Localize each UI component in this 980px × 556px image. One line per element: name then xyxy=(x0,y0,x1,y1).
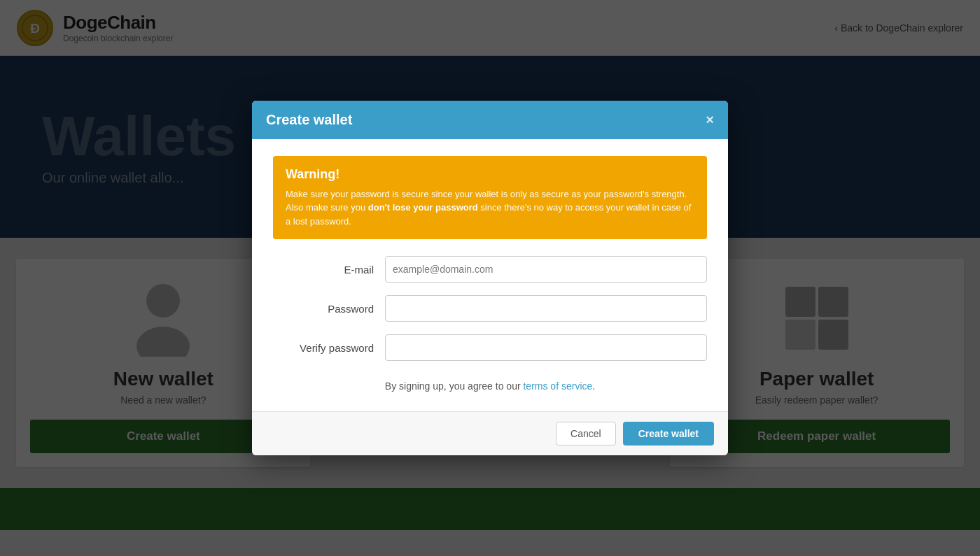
modal-header: Create wallet × xyxy=(252,101,728,139)
tos-link[interactable]: terms of service xyxy=(523,380,592,392)
modal-footer: Cancel Create wallet xyxy=(252,411,728,455)
warning-text-bold: don't lose your password xyxy=(368,202,478,213)
email-group: E-mail xyxy=(273,256,707,283)
modal-body: Warning! Make sure your password is secu… xyxy=(252,139,728,412)
warning-text: Make sure your password is secure since … xyxy=(286,187,694,229)
password-input[interactable] xyxy=(385,295,707,322)
modal-close-button[interactable]: × xyxy=(706,113,714,127)
tos-prefix: By signing up, you agree to our xyxy=(385,380,524,392)
password-label: Password xyxy=(273,303,385,315)
verify-password-input[interactable] xyxy=(385,334,707,361)
tos-text: By signing up, you agree to our terms of… xyxy=(273,373,707,397)
password-group: Password xyxy=(273,295,707,322)
modal-overlay: Create wallet × Warning! Make sure your … xyxy=(0,0,980,556)
verify-password-label: Verify password xyxy=(273,342,385,354)
cancel-button[interactable]: Cancel xyxy=(556,422,616,445)
verify-password-group: Verify password xyxy=(273,334,707,361)
email-label: E-mail xyxy=(273,264,385,276)
warning-title: Warning! xyxy=(286,167,694,182)
email-input[interactable] xyxy=(385,256,707,283)
modal-title: Create wallet xyxy=(266,112,352,128)
warning-box: Warning! Make sure your password is secu… xyxy=(273,156,707,240)
tos-suffix: . xyxy=(592,380,595,392)
create-wallet-submit-button[interactable]: Create wallet xyxy=(623,422,714,445)
create-wallet-modal: Create wallet × Warning! Make sure your … xyxy=(252,101,728,456)
